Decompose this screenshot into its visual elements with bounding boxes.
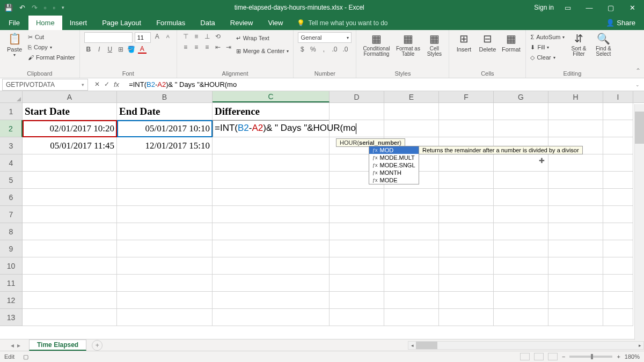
cell[interactable] <box>603 206 633 223</box>
bold-icon[interactable]: B <box>84 45 93 54</box>
cell[interactable] <box>117 240 213 257</box>
cell[interactable] <box>23 292 117 309</box>
font-color-icon[interactable]: A <box>138 45 147 54</box>
tab-view[interactable]: View <box>260 16 290 30</box>
enter-formula-icon[interactable]: ✓ <box>104 80 109 88</box>
col-header-A[interactable]: A <box>23 91 117 102</box>
cell[interactable] <box>603 292 633 309</box>
cell[interactable] <box>330 240 384 257</box>
cell[interactable] <box>494 120 548 137</box>
cell[interactable] <box>494 172 548 189</box>
cell[interactable] <box>439 154 494 172</box>
cell[interactable] <box>439 240 494 257</box>
insert-cells-button[interactable]: ⊞Insert <box>453 32 474 53</box>
row-header[interactable]: 6 <box>0 189 23 206</box>
cell[interactable] <box>117 189 213 206</box>
tab-home[interactable]: Home <box>28 16 62 30</box>
row-header[interactable]: 7 <box>0 206 23 223</box>
align-bot-icon[interactable]: ⊥ <box>203 32 211 41</box>
fill-button[interactable]: ⬇Fill ▾ <box>530 42 565 52</box>
cell[interactable] <box>603 275 633 292</box>
cell[interactable] <box>384 240 439 257</box>
font-family-select[interactable] <box>84 32 133 43</box>
cell[interactable] <box>603 309 633 326</box>
cell[interactable] <box>117 206 213 223</box>
row-header[interactable]: 11 <box>0 275 23 292</box>
format-painter-button[interactable]: 🖌Format Painter <box>28 53 75 62</box>
cell[interactable] <box>117 292 213 309</box>
copy-button[interactable]: ⎘Copy ▾ <box>28 42 75 52</box>
close-icon[interactable]: ✕ <box>625 4 640 12</box>
cell[interactable] <box>117 257 213 275</box>
expand-formula-icon[interactable]: ⌄ <box>631 82 644 87</box>
cell[interactable] <box>603 172 633 189</box>
indent-dec-icon[interactable]: ⇤ <box>214 43 222 51</box>
cell[interactable] <box>117 309 213 326</box>
collapse-ribbon-icon[interactable]: ⌃ <box>635 67 641 75</box>
cell-C3[interactable] <box>213 137 330 154</box>
row-header[interactable]: 9 <box>0 240 23 257</box>
cell[interactable] <box>213 206 330 223</box>
cell[interactable] <box>330 257 384 275</box>
view-break-icon[interactable] <box>548 353 558 360</box>
col-header-F[interactable]: F <box>439 91 494 102</box>
cell[interactable] <box>330 103 384 120</box>
cell[interactable] <box>384 103 439 120</box>
inc-decimal-icon[interactable]: .0 <box>330 45 339 54</box>
cancel-formula-icon[interactable]: ✕ <box>94 80 100 88</box>
cell[interactable] <box>548 189 603 206</box>
row-header[interactable]: 12 <box>0 292 23 309</box>
currency-icon[interactable]: $ <box>298 45 306 54</box>
cell[interactable] <box>439 172 494 189</box>
align-top-icon[interactable]: ⊤ <box>181 32 190 41</box>
orientation-icon[interactable]: ⟲ <box>214 32 222 41</box>
sheet-nav-next-icon[interactable]: ▸ <box>17 342 20 349</box>
ribbon-display-icon[interactable]: ▭ <box>560 4 575 12</box>
view-layout-icon[interactable] <box>534 353 544 360</box>
cell[interactable] <box>213 240 330 257</box>
minimize-icon[interactable]: — <box>582 4 597 12</box>
scroll-right-icon[interactable]: ▸ <box>636 342 643 349</box>
cell[interactable] <box>23 275 117 292</box>
clear-button[interactable]: ◇Clear ▾ <box>530 53 565 62</box>
col-header-H[interactable]: H <box>548 91 603 102</box>
cell[interactable] <box>494 240 548 257</box>
cell-A3[interactable]: 05/01/2017 11:45 <box>23 137 117 154</box>
cell[interactable] <box>494 206 548 223</box>
col-header-G[interactable]: G <box>494 91 548 102</box>
cell[interactable] <box>548 172 603 189</box>
align-right-icon[interactable]: ≡ <box>203 43 211 51</box>
col-header-D[interactable]: D <box>330 91 384 102</box>
cell[interactable] <box>439 103 494 120</box>
cell[interactable] <box>548 275 603 292</box>
cell[interactable] <box>213 223 330 240</box>
cell[interactable] <box>548 223 603 240</box>
cell[interactable] <box>548 257 603 275</box>
cell[interactable] <box>494 223 548 240</box>
cell[interactable] <box>603 189 633 206</box>
vertical-scrollbar[interactable] <box>634 104 644 340</box>
conditional-formatting-button[interactable]: ▦Conditional Formatting <box>361 32 392 57</box>
fx-icon[interactable]: fx <box>114 80 122 88</box>
cell[interactable] <box>439 189 494 206</box>
cell[interactable] <box>23 189 117 206</box>
cell[interactable] <box>213 189 330 206</box>
signin-link[interactable]: Sign in <box>534 4 554 11</box>
cell[interactable] <box>330 223 384 240</box>
format-cells-button[interactable]: ▦Format <box>501 32 521 53</box>
cell[interactable] <box>330 292 384 309</box>
tab-data[interactable]: Data <box>193 16 222 30</box>
cut-button[interactable]: ✂Cut <box>28 32 75 42</box>
align-center-icon[interactable]: ≡ <box>192 43 201 51</box>
italic-icon[interactable]: I <box>95 45 104 54</box>
sheet-nav-prev-icon[interactable]: ◂ <box>11 342 14 349</box>
cell[interactable] <box>330 189 384 206</box>
share-button[interactable]: 👤Share <box>597 16 644 30</box>
cell[interactable] <box>494 257 548 275</box>
spreadsheet-grid[interactable]: A B C D E F G H I 1 Start Date End Date … <box>0 91 644 339</box>
zoom-level[interactable]: 180% <box>625 353 640 360</box>
macro-record-icon[interactable]: ▢ <box>23 353 28 360</box>
wrap-text-button[interactable]: ↵Wrap Text <box>236 32 289 44</box>
redo-icon[interactable]: ↷ <box>32 4 38 12</box>
tab-formulas[interactable]: Formulas <box>149 16 193 30</box>
